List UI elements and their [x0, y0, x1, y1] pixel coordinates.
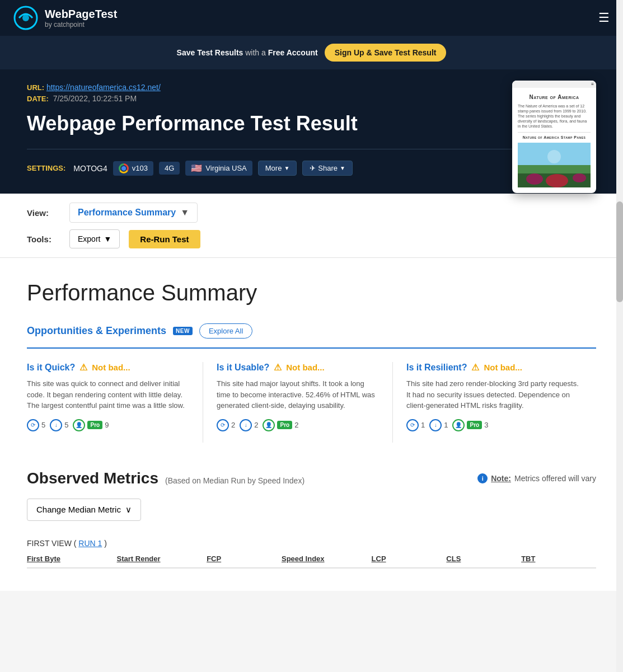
col-lcp[interactable]: LCP — [372, 554, 447, 563]
resilient-metric-3: 👤 Pro 3 — [452, 419, 488, 431]
resilient-metric-num-1: 1 — [421, 421, 425, 429]
export-chevron-icon: ▼ — [104, 234, 111, 243]
quick-metric-3: 👤 Pro 9 — [73, 419, 109, 431]
usable-warning-icon: ⚠ — [274, 362, 282, 373]
tools-row: Tools: Export ▼ Re-Run Test — [27, 229, 596, 248]
change-median-label: Change Median Metric — [36, 505, 121, 514]
test-meta: URL: https://natureofamerica.cs12.net/ D… — [27, 83, 596, 103]
logo-text: WebPageTest by catchpoint — [45, 8, 117, 29]
usable-pro-badge: Pro — [277, 421, 292, 429]
run-1-link[interactable]: RUN 1 — [78, 539, 102, 548]
resilient-metric-icon-3: 👤 — [452, 419, 465, 431]
col-fcp[interactable]: FCP — [207, 554, 282, 563]
svg-point-7 — [546, 174, 568, 187]
quick-heading: Is it Quick? ⚠ Not bad... — [27, 362, 189, 373]
col-tbt[interactable]: TBT — [521, 554, 596, 563]
rerun-button[interactable]: Re-Run Test — [129, 230, 200, 248]
share-button[interactable]: ✈ Share ▼ — [302, 161, 353, 176]
explore-all-button[interactable]: Explore All — [199, 323, 252, 339]
hamburger-menu[interactable]: ☰ — [598, 12, 610, 24]
resilient-metric-icon-2: ↓ — [429, 419, 442, 431]
banner-mid: with a — [245, 48, 268, 57]
chrome-icon — [119, 163, 129, 173]
tools-label: Tools: — [27, 234, 60, 244]
more-label: More — [265, 164, 282, 172]
settings-label: SETTINGS: — [27, 164, 65, 172]
usable-label: Is it Usable? — [217, 363, 269, 373]
preview-card-inner: Nature of America The Nature of America … — [512, 88, 596, 193]
scrollbar[interactable] — [616, 0, 623, 591]
quick-metric-num-2: 5 — [64, 421, 68, 429]
resilient-metrics: ⟳ 1 ↓ 1 👤 Pro 3 — [406, 419, 583, 431]
quick-status: Not bad... — [92, 363, 130, 372]
banner-text: Save Test Results with a Free Account — [177, 48, 318, 57]
export-label: Export — [78, 234, 100, 243]
observed-subtitle: (Based on Median Run by Speed Index) — [165, 476, 305, 485]
brand-name: WebPageTest — [45, 8, 117, 21]
preview-menu-icon: ≡ — [591, 82, 594, 87]
test-url[interactable]: https://natureofamerica.cs12.net/ — [46, 83, 161, 92]
location-value: Virginia USA — [205, 164, 246, 172]
resilient-heading: Is it Resilient? ⚠ Not bad... — [406, 362, 583, 373]
quick-metrics: ⟳ 5 ↓ 5 👤 Pro 9 — [27, 419, 189, 431]
view-label: View: — [27, 208, 60, 218]
change-median-button[interactable]: Change Median Metric ∨ — [27, 499, 141, 521]
col-start-render[interactable]: Start Render — [117, 554, 207, 563]
banner-acc: Free Account — [268, 48, 318, 57]
resilient-pro-badge: Pro — [467, 421, 482, 429]
opportunities-header: Opportunities & Experiments NEW Explore … — [27, 323, 596, 339]
quick-warning-icon: ⚠ — [79, 362, 87, 373]
export-button[interactable]: Export ▼ — [69, 229, 120, 248]
svg-point-1 — [22, 15, 29, 21]
first-view-label: FIRST VIEW ( RUN 1 ) — [27, 539, 596, 548]
resilient-warning-icon: ⚠ — [471, 362, 479, 373]
usable-metric-icon-2: ↓ — [240, 419, 252, 431]
new-badge: NEW — [173, 327, 193, 335]
usable-metric-3: 👤 Pro 2 — [263, 419, 298, 431]
quick-card: Is it Quick? ⚠ Not bad... This site was … — [27, 362, 203, 443]
col-cls[interactable]: CLS — [446, 554, 521, 563]
preview-subtitle: Nature of America Stamp Panes — [518, 135, 591, 140]
location-badge: 🇺🇸 Virginia USA — [185, 161, 252, 176]
svg-point-6 — [526, 173, 543, 185]
view-select-button[interactable]: Performance Summary ▼ — [69, 203, 198, 223]
more-chevron-icon: ▼ — [284, 165, 289, 171]
quick-label: Is it Quick? — [27, 363, 75, 373]
signup-save-button[interactable]: Sign Up & Save Test Result — [325, 44, 447, 62]
test-info-section: URL: https://natureofamerica.cs12.net/ D… — [0, 69, 623, 194]
browser-version: v103 — [132, 164, 148, 172]
resilient-desc: This site had zero render-blocking 3rd p… — [406, 378, 583, 411]
preview-image — [518, 143, 591, 187]
share-icon: ✈ — [310, 164, 316, 172]
usable-card: Is it Usable? ⚠ Not bad... This site had… — [217, 362, 393, 443]
usable-metric-num-1: 2 — [231, 421, 235, 429]
share-chevron-icon: ▼ — [340, 165, 345, 171]
usable-metric-1: ⟳ 2 — [217, 419, 235, 431]
svg-point-4 — [547, 150, 561, 163]
quick-pro-badge: Pro — [87, 421, 102, 429]
quick-metric-2: ↓ 5 — [50, 419, 68, 431]
view-selected-label: Performance Summary — [78, 208, 176, 218]
col-speed-index[interactable]: Speed Index — [282, 554, 372, 563]
preview-desc: The Nature of America was a set of 12 st… — [518, 104, 591, 129]
usable-metric-num-3: 2 — [294, 421, 298, 429]
brand-sub: by catchpoint — [45, 21, 117, 29]
usable-metric-2: ↓ 2 — [240, 419, 258, 431]
preview-divider — [518, 132, 591, 133]
view-row: View: Performance Summary ▼ — [27, 203, 596, 223]
url-label: URL: — [27, 83, 44, 92]
usable-heading: Is it Usable? ⚠ Not bad... — [217, 362, 379, 373]
scrollbar-thumb[interactable] — [616, 201, 623, 302]
banner-strong: Save Test Results — [177, 48, 243, 57]
divider — [27, 149, 596, 149]
usable-metrics: ⟳ 2 ↓ 2 👤 Pro 2 — [217, 419, 379, 431]
observed-section: Observed Metrics (Based on Median Run by… — [27, 469, 596, 568]
opp-title: Opportunities & Experiments — [27, 325, 166, 337]
col-first-byte[interactable]: First Byte — [27, 554, 117, 563]
resilient-metric-icon-1: ⟳ — [406, 419, 419, 431]
main-content: Performance Summary Opportunities & Expe… — [0, 258, 623, 591]
more-button[interactable]: More ▼ — [258, 161, 297, 176]
browser-badge: v103 — [113, 161, 153, 176]
first-view-end: ) — [104, 539, 107, 548]
preview-card: ≡ Nature of America The Nature of Americ… — [512, 81, 596, 193]
